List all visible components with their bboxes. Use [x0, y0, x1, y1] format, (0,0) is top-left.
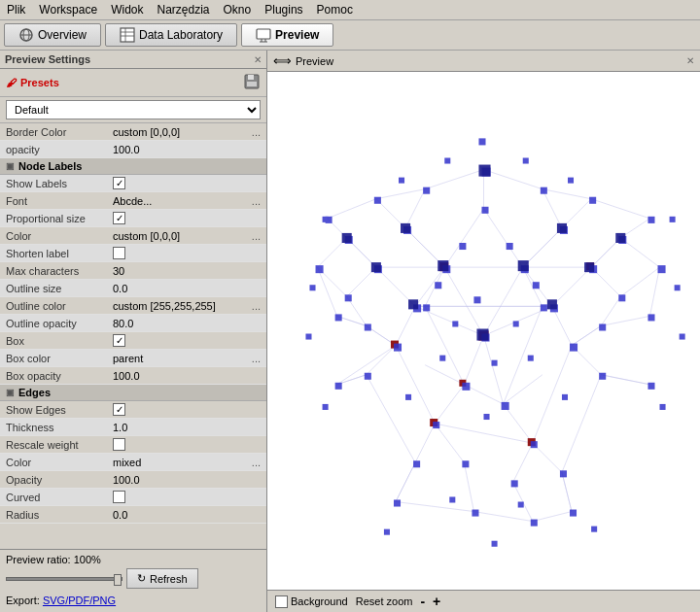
svg-rect-139: [335, 383, 342, 390]
color-dots[interactable]: ...: [252, 230, 261, 242]
menu-plugins[interactable]: Plugins: [262, 2, 305, 17]
refresh-icon: ↻: [137, 572, 146, 585]
zoom-slider[interactable]: [6, 577, 122, 581]
tab-data-laboratory[interactable]: Data Laboratory: [105, 23, 237, 47]
settings-row: Proportional size ✓: [0, 210, 266, 227]
settings-row: Curved: [0, 489, 266, 506]
box-checkbox[interactable]: ✓: [113, 334, 125, 347]
svg-rect-199: [342, 233, 352, 243]
monitor-icon: [256, 27, 271, 43]
svg-rect-191: [478, 138, 485, 145]
svg-rect-160: [531, 520, 538, 527]
svg-rect-181: [528, 356, 534, 361]
rescale-weight-checkbox[interactable]: [113, 438, 125, 451]
menu-plik[interactable]: Plik: [4, 2, 28, 17]
svg-rect-154: [462, 460, 469, 467]
svg-rect-153: [413, 460, 420, 467]
svg-rect-169: [384, 529, 390, 535]
panel-header: Preview Settings ✕: [0, 51, 266, 69]
font-dots[interactable]: ...: [252, 195, 261, 207]
preview-title: Preview: [296, 55, 333, 67]
svg-rect-155: [560, 470, 567, 477]
background-checkbox[interactable]: [275, 595, 288, 608]
svg-rect-121: [462, 383, 470, 391]
svg-rect-163: [309, 285, 315, 290]
show-labels-checkbox[interactable]: ✓: [113, 177, 125, 189]
svg-rect-183: [562, 394, 568, 400]
svg-rect-189: [444, 157, 450, 163]
svg-rect-122: [502, 402, 509, 410]
svg-rect-144: [618, 294, 625, 301]
svg-rect-132: [481, 207, 488, 214]
save-preset-icon[interactable]: [243, 73, 261, 92]
settings-row: Shorten label: [0, 245, 266, 262]
svg-rect-151: [433, 422, 439, 428]
settings-row: Opacity 100.0: [0, 471, 266, 489]
svg-rect-148: [648, 217, 654, 223]
outline-color-dots[interactable]: ...: [252, 300, 261, 312]
svg-rect-192: [476, 328, 488, 340]
border-color-dots[interactable]: ...: [252, 126, 261, 138]
svg-rect-136: [345, 294, 352, 301]
svg-rect-152: [531, 441, 538, 448]
settings-row: Outline size 0.0: [0, 280, 266, 297]
box-color-dots[interactable]: ...: [252, 353, 261, 364]
settings-row: Outline color custom [255,255,255] ...: [0, 297, 266, 315]
curved-checkbox[interactable]: [113, 491, 125, 503]
menu-okno[interactable]: Okno: [221, 2, 255, 17]
svg-rect-201: [478, 165, 490, 177]
edge-color-dots[interactable]: ...: [252, 457, 261, 468]
tab-preview[interactable]: Preview: [241, 23, 333, 47]
menubar: Plik Workspace Widok Narzędzia Okno Plug…: [0, 0, 700, 20]
tab-preview-label: Preview: [275, 28, 319, 42]
export-row: Export: SVG/PDF/PNG: [6, 593, 261, 608]
main-layout: Preview Settings ✕ 🖌 Presets Default Bor…: [0, 51, 700, 612]
tab-overview[interactable]: Overview: [4, 23, 101, 47]
svg-rect-165: [305, 334, 311, 340]
refresh-button[interactable]: ↻ Refresh: [126, 568, 198, 589]
svg-rect-143: [648, 314, 654, 321]
shorten-label-checkbox[interactable]: [113, 247, 125, 259]
svg-rect-129: [423, 187, 430, 194]
dropdown-row: Default: [0, 97, 266, 123]
svg-rect-187: [399, 178, 404, 184]
settings-list: Border Color custom [0,0,0] ... opacity …: [0, 123, 266, 549]
svg-rect-128: [589, 197, 596, 204]
menu-widok[interactable]: Widok: [108, 2, 146, 17]
collapse-icon[interactable]: ▣: [6, 161, 15, 171]
zoom-plus-button[interactable]: +: [433, 594, 440, 609]
svg-rect-174: [435, 282, 441, 289]
svg-rect-180: [439, 356, 445, 361]
svg-rect-196: [547, 299, 557, 309]
svg-rect-195: [408, 299, 418, 309]
svg-rect-185: [449, 496, 455, 502]
settings-row: Border Color custom [0,0,0] ...: [0, 123, 266, 141]
settings-row: Box opacity 100.0: [0, 367, 266, 385]
tab-overview-label: Overview: [38, 28, 87, 42]
svg-rect-142: [658, 265, 666, 273]
preview-close-icon[interactable]: ✕: [686, 55, 694, 66]
settings-row: Font Abcde... ...: [0, 192, 266, 210]
collapse-edges-icon[interactable]: ▣: [6, 388, 15, 397]
svg-rect-166: [680, 334, 685, 340]
svg-rect-200: [615, 233, 625, 243]
menu-narzedzia[interactable]: Narzędzia: [155, 2, 213, 17]
menu-pomoc[interactable]: Pomoc: [314, 2, 356, 17]
settings-row: Box color parent ...: [0, 350, 266, 367]
proportional-size-checkbox[interactable]: ✓: [113, 212, 125, 224]
menu-workspace[interactable]: Workspace: [36, 2, 100, 17]
svg-rect-12: [248, 75, 254, 80]
preset-dropdown[interactable]: Default: [6, 100, 261, 119]
svg-rect-134: [316, 265, 324, 273]
svg-rect-186: [518, 501, 524, 507]
zoom-minus-button[interactable]: -: [420, 594, 425, 609]
panel-close-icon[interactable]: ✕: [254, 54, 262, 65]
svg-rect-13: [247, 82, 257, 86]
background-label: Background: [291, 595, 348, 607]
svg-rect-159: [570, 510, 577, 517]
svg-rect-7: [257, 29, 270, 39]
reset-zoom-button[interactable]: Reset zoom: [356, 595, 413, 607]
preview-canvas[interactable]: [267, 72, 700, 590]
show-edges-checkbox[interactable]: ✓: [113, 403, 125, 416]
refresh-label: Refresh: [150, 573, 188, 585]
